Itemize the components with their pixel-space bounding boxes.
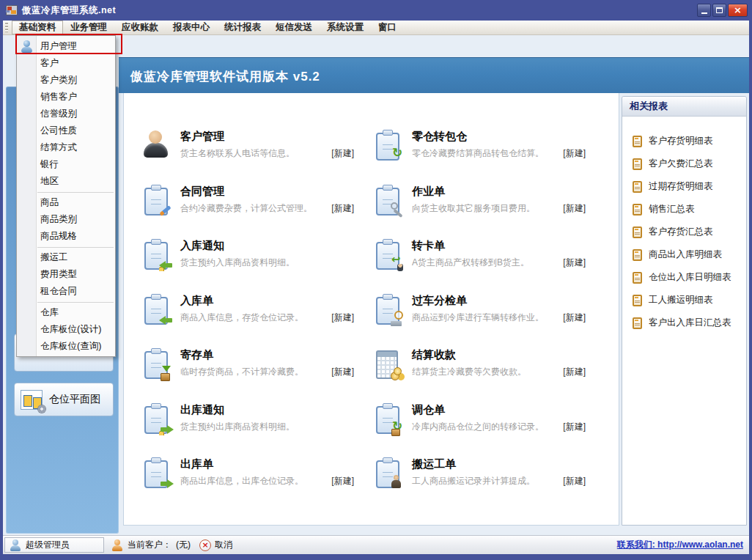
report-label: 客户出入库日汇总表 <box>649 317 731 329</box>
menu-item-label: 地区 <box>40 176 59 186</box>
feature-new-link[interactable]: [新建] <box>563 421 586 433</box>
dropdown-menu-item[interactable]: 费用类型 <box>17 266 115 283</box>
report-icon <box>633 249 642 261</box>
contact-link[interactable]: 联系我们: http://www.aolan.net <box>617 539 743 551</box>
dropdown-menu-item[interactable]: 仓库板位(查询) <box>17 338 115 355</box>
report-link[interactable]: 商品出入库明细表 <box>633 243 746 266</box>
menu-item-label: 租仓合同 <box>40 286 77 296</box>
report-link[interactable]: 客户存货汇总表 <box>633 221 746 243</box>
feature-desc-row: 货主预约入库商品资料明细。 <box>180 257 354 269</box>
feature-icon <box>373 403 404 434</box>
feature-title-link[interactable]: 结算收款 <box>412 348 586 362</box>
dropdown-menu-item[interactable]: 销售客户 <box>17 89 115 106</box>
cancel-icon[interactable]: × <box>199 539 211 551</box>
feature-title-link[interactable]: 转卡单 <box>412 239 586 253</box>
feature-item: 出库通知 货主预约出库商品资料明细。 <box>141 403 373 458</box>
report-link[interactable]: 客户存货明细表 <box>633 130 746 152</box>
feature-desc-row: 合约冷藏费杂费，计算公式管理。 [新建] <box>180 202 354 215</box>
dropdown-menu-item[interactable]: 商品类别 <box>17 211 115 228</box>
feature-title-link[interactable]: 调仓单 <box>412 403 586 417</box>
dropdown-menu-item[interactable]: 用户管理 <box>17 38 115 55</box>
feature-desc-row: A货主商品产权转移到B货主。 [新建] <box>412 257 586 269</box>
menubar-item[interactable]: 窗口 <box>371 21 404 34</box>
dropdown-menu-item[interactable]: 仓库 <box>17 304 115 321</box>
dropdown-menu-item[interactable]: 商品 <box>17 194 115 211</box>
feature-title-link[interactable]: 客户管理 <box>180 130 354 144</box>
dropdown-menu-item[interactable]: 银行 <box>17 156 115 173</box>
dropdown-menu-item[interactable]: 地区 <box>17 173 115 190</box>
feature-new-link[interactable]: [新建] <box>563 312 586 324</box>
report-link[interactable]: 工人搬运明细表 <box>633 289 746 312</box>
menubar-item[interactable]: 业务管理 <box>63 21 114 34</box>
feature-new-link[interactable]: [新建] <box>563 366 586 378</box>
feature-new-link[interactable]: [新建] <box>563 202 586 215</box>
feature-new-link[interactable]: [新建] <box>331 147 354 160</box>
feature-new-link[interactable]: [新建] <box>331 312 354 324</box>
dropdown-menu-item[interactable]: 客户 <box>17 55 115 72</box>
dropdown-menu-item[interactable]: 信誉级别 <box>17 106 115 122</box>
report-link[interactable]: 销售汇总表 <box>633 198 746 221</box>
feature-title-link[interactable]: 入库单 <box>180 294 354 308</box>
close-button[interactable]: × <box>728 4 748 17</box>
menubar-item[interactable]: 报表中心 <box>166 21 217 34</box>
window-title: 傲蓝冷库管理系统.net <box>22 4 116 17</box>
dropdown-menu-item[interactable]: 仓库板位(设计) <box>17 321 115 338</box>
menubar-item[interactable]: 短信发送 <box>268 21 320 34</box>
feature-title-link[interactable]: 合同管理 <box>180 185 354 199</box>
feature-title-link[interactable]: 零仓转包仓 <box>412 130 586 144</box>
report-label: 销售汇总表 <box>649 203 695 215</box>
feature-title-link[interactable]: 过车分检单 <box>412 294 586 308</box>
report-link[interactable]: 过期存货明细表 <box>633 175 746 198</box>
feature-title-link[interactable]: 出库单 <box>180 457 354 471</box>
report-label: 客户欠费汇总表 <box>649 158 713 170</box>
feature-desc-row: 货主预约出库商品资料明细。 <box>180 421 354 433</box>
feature-new-link[interactable]: [新建] <box>563 257 586 269</box>
menu-item-label: 仓库 <box>40 307 59 317</box>
feature-title-link[interactable]: 搬运工单 <box>412 457 586 471</box>
feature-description: 合约冷藏费杂费，计算公式管理。 <box>180 202 312 215</box>
warehouse-plan-button[interactable]: 仓位平面图 <box>14 383 114 416</box>
report-link[interactable]: 仓位出入库日明细表 <box>633 266 746 289</box>
dropdown-menu-item[interactable]: 商品规格 <box>17 228 115 245</box>
feature-title-link[interactable]: 寄存单 <box>180 348 354 362</box>
dropdown-menu-item[interactable]: 搬运工 <box>17 249 115 266</box>
feature-desc-row: 向货主收取其它服务项目费用。 [新建] <box>412 202 586 215</box>
menubar-item[interactable]: 统计报表 <box>217 21 268 34</box>
status-bar: 超级管理员 当前客户： (无) × 取消 联系我们: http://www.ao… <box>3 535 749 554</box>
menu-item-icon <box>21 323 33 336</box>
report-link[interactable]: 客户欠费汇总表 <box>633 152 746 175</box>
feature-title-link[interactable]: 作业单 <box>412 185 586 199</box>
feature-title-link[interactable]: 出库通知 <box>180 403 354 417</box>
feature-new-link[interactable]: [新建] <box>331 202 354 215</box>
feature-new-link[interactable]: [新建] <box>331 366 354 378</box>
feature-new-link[interactable]: [新建] <box>563 475 586 487</box>
feature-desc-row: 货主名称联系人电话等信息。 [新建] <box>180 147 354 160</box>
minimize-button[interactable] <box>697 4 711 17</box>
menubar-item[interactable]: 应收账款 <box>114 21 166 34</box>
menubar-items: 基础资料 业务管理 应收账款 报表中心 统计报表 短信发送 系统设置 窗口 <box>12 21 404 34</box>
feature-icon-overlay <box>391 149 405 162</box>
feature-item: 客户管理 货主名称联系人电话等信息。 [新建] <box>141 130 373 185</box>
feature-new-link[interactable]: [新建] <box>331 475 354 487</box>
report-link[interactable]: 客户出入库日汇总表 <box>633 312 746 334</box>
feature-new-link[interactable]: [新建] <box>563 147 586 160</box>
dropdown-menu-item[interactable]: 公司性质 <box>17 122 115 139</box>
feature-description: 临时存货商品，不计算冷藏费。 <box>180 366 303 378</box>
dropdown-menu-item[interactable]: 租仓合同 <box>17 283 115 300</box>
dropdown-menu-item[interactable]: 客户类别 <box>17 72 115 89</box>
user-icon <box>10 539 21 551</box>
menubar-item[interactable]: 系统设置 <box>320 21 371 34</box>
app-window: 傲蓝冷库管理系统.net × 基础资料 业务管理 应收账款 报表中心 统计报表 <box>0 0 752 560</box>
current-user-cell: 超级管理员 <box>4 537 104 553</box>
cancel-customer-link[interactable]: 取消 <box>215 539 232 551</box>
menu-item-icon <box>21 108 33 120</box>
reports-panel-header: 相关报表 <box>622 97 746 117</box>
maximize-button[interactable] <box>712 4 726 17</box>
menubar-item[interactable]: 基础资料 <box>12 21 63 34</box>
feature-text: 调仓单 冷库内商品仓位之间的转移记录。 [新建] <box>412 403 586 433</box>
feature-description: 货主预约入库商品资料明细。 <box>180 257 295 269</box>
dropdown-menu-item[interactable]: 结算方式 <box>17 139 115 156</box>
feature-title-link[interactable]: 入库通知 <box>180 239 354 253</box>
maximize-icon <box>716 7 723 13</box>
feature-icon <box>141 294 172 325</box>
